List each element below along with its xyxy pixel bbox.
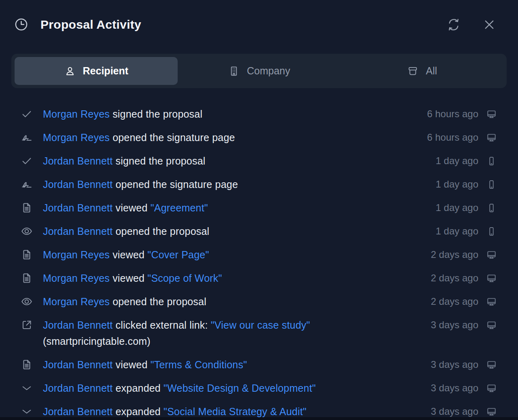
activity-text: Jordan Bennett opened the proposal [43, 223, 436, 239]
check-icon [20, 153, 33, 169]
target-link[interactable]: "Website Design & Development" [163, 382, 316, 394]
target-link[interactable]: "Agreement" [151, 202, 208, 213]
recipient-link[interactable]: Jordan Bennett [43, 155, 113, 167]
timestamp: 1 day ago [436, 200, 478, 216]
check-icon [20, 106, 33, 122]
activity-filter-tabs: Recipient Company All [11, 54, 507, 88]
timestamp: 3 days ago [431, 317, 478, 333]
recipient-link[interactable]: Morgan Reyes [43, 296, 110, 307]
recipient-link[interactable]: Morgan Reyes [43, 132, 110, 143]
desktop-icon [486, 357, 497, 373]
tab-all[interactable]: All [340, 57, 503, 85]
target-link[interactable]: "Scope of Work" [147, 272, 222, 284]
desktop-icon [486, 293, 497, 310]
panel-bottom-edge [0, 417, 518, 420]
eye-icon [20, 223, 33, 239]
desktop-icon [486, 129, 497, 146]
activity-text: Morgan Reyes signed the proposal [43, 106, 427, 122]
clock-icon [14, 17, 29, 32]
activity-row: Morgan Reyes opened the signature page6 … [0, 129, 518, 146]
tab-company[interactable]: Company [178, 57, 341, 85]
signature-icon [20, 129, 33, 146]
chevron-down-icon [20, 380, 33, 396]
target-link[interactable]: "Social Media Strategy & Audit" [163, 406, 306, 417]
activity-row: Morgan Reyes signed the proposal6 hours … [0, 106, 518, 122]
target-link[interactable]: "Cover Page" [147, 249, 209, 260]
recipient-link[interactable]: Jordan Bennett [43, 382, 113, 394]
desktop-icon [486, 247, 497, 263]
recipient-link[interactable]: Jordan Bennett [43, 202, 113, 213]
archive-icon [407, 65, 419, 77]
recipient-link[interactable]: Jordan Bennett [43, 226, 113, 237]
desktop-icon [486, 380, 497, 396]
target-link[interactable]: "Terms & Conditions" [151, 359, 247, 370]
document-icon [20, 270, 33, 286]
activity-row: Jordan Bennett expanded "Website Design … [0, 380, 518, 396]
recipient-link[interactable]: Jordan Bennett [43, 406, 113, 417]
activity-text: Morgan Reyes viewed "Scope of Work" [43, 270, 431, 286]
building-icon [228, 65, 240, 77]
tab-label: All [426, 65, 437, 77]
activity-row: Jordan Bennett opened the proposal1 day … [0, 223, 518, 239]
link-domain: (smartpricingtable.com) [43, 333, 420, 349]
document-icon [20, 247, 33, 263]
recipient-link[interactable]: Jordan Bennett [43, 179, 113, 190]
refresh-icon[interactable] [447, 18, 461, 32]
activity-text: Jordan Bennett viewed "Agreement" [43, 200, 436, 216]
target-link[interactable]: "View our case study" [211, 319, 310, 331]
person-icon [64, 65, 76, 77]
timestamp: 2 days ago [431, 293, 478, 310]
recipient-link[interactable]: Jordan Bennett [43, 319, 113, 331]
timestamp: 2 days ago [431, 270, 478, 286]
activity-text: Jordan Bennett clicked external link: "V… [43, 317, 431, 349]
tab-recipient[interactable]: Recipient [15, 57, 178, 85]
desktop-icon [486, 106, 497, 122]
timestamp: 1 day ago [436, 176, 478, 192]
activity-list: Morgan Reyes signed the proposal6 hours … [0, 106, 518, 420]
page-title: Proposal Activity [40, 18, 447, 32]
timestamp: 1 day ago [436, 153, 478, 169]
eye-icon [20, 293, 33, 310]
activity-row: Morgan Reyes viewed "Cover Page"2 days a… [0, 247, 518, 263]
tab-label: Company [247, 65, 290, 77]
document-icon [20, 357, 33, 373]
timestamp: 1 day ago [436, 223, 478, 239]
timestamp: 6 hours ago [427, 129, 478, 146]
timestamp: 2 days ago [431, 247, 478, 263]
signature-icon [20, 176, 33, 192]
activity-text: Jordan Bennett expanded "Website Design … [43, 380, 431, 396]
activity-text: Jordan Bennett opened the signature page [43, 176, 436, 192]
activity-text: Jordan Bennett viewed "Terms & Condition… [43, 357, 431, 373]
mobile-icon [486, 200, 497, 216]
close-icon[interactable] [482, 18, 496, 32]
panel-header: Proposal Activity [0, 0, 518, 32]
timestamp: 6 hours ago [427, 106, 478, 122]
mobile-icon [486, 153, 497, 169]
mobile-icon [486, 176, 497, 192]
recipient-link[interactable]: Morgan Reyes [43, 249, 110, 260]
activity-text: Morgan Reyes opened the proposal [43, 293, 431, 310]
activity-row: Jordan Bennett clicked external link: "V… [0, 317, 518, 349]
activity-row: Jordan Bennett viewed "Agreement"1 day a… [0, 200, 518, 216]
external-link-icon [20, 317, 33, 333]
activity-row: Jordan Bennett opened the signature page… [0, 176, 518, 192]
activity-text: Morgan Reyes viewed "Cover Page" [43, 247, 431, 263]
activity-row: Jordan Bennett signed the proposal1 day … [0, 153, 518, 169]
activity-row: Jordan Bennett viewed "Terms & Condition… [0, 357, 518, 373]
activity-text: Jordan Bennett signed the proposal [43, 153, 436, 169]
timestamp: 3 days ago [431, 357, 478, 373]
mobile-icon [486, 223, 497, 239]
activity-text: Morgan Reyes opened the signature page [43, 129, 427, 146]
recipient-link[interactable]: Jordan Bennett [43, 359, 113, 370]
desktop-icon [486, 317, 497, 333]
activity-row: Morgan Reyes opened the proposal2 days a… [0, 293, 518, 310]
recipient-link[interactable]: Morgan Reyes [43, 108, 110, 120]
activity-row: Morgan Reyes viewed "Scope of Work"2 day… [0, 270, 518, 286]
timestamp: 3 days ago [431, 380, 478, 396]
tab-label: Recipient [83, 65, 129, 77]
desktop-icon [486, 270, 497, 286]
document-icon [20, 200, 33, 216]
recipient-link[interactable]: Morgan Reyes [43, 272, 110, 284]
